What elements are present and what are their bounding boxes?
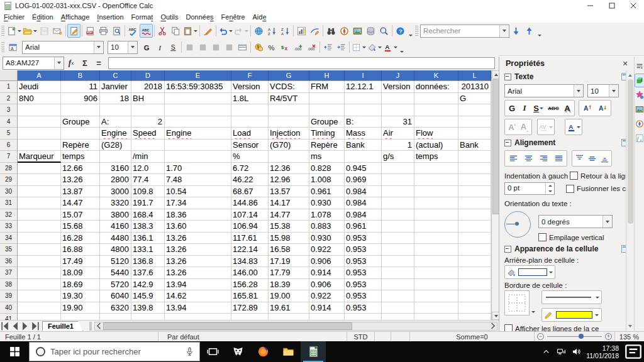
row-header-32[interactable]: 32 [0, 209, 18, 221]
column-header-K[interactable]: K [414, 70, 458, 81]
cell-G31[interactable]: 14.17 [269, 197, 309, 209]
cell-C40[interactable]: 6320 [100, 302, 131, 314]
scroll-left-icon[interactable] [95, 322, 103, 330]
cell-F39[interactable]: 165.81 [231, 290, 269, 302]
cell-E33[interactable]: 13.60 [165, 221, 231, 233]
delete-decimal-button[interactable]: .000 [305, 40, 318, 54]
cell-A7[interactable]: Marqueur [18, 151, 61, 163]
cell-I2[interactable] [345, 93, 382, 105]
cell-B4[interactable]: Groupe [61, 116, 100, 128]
collapse-icon[interactable] [504, 74, 511, 80]
toolbar-overflow-icon[interactable] [407, 24, 414, 38]
taskbar-app-file-explorer[interactable] [275, 341, 301, 362]
cell-J39[interactable] [382, 290, 414, 302]
cell-J38[interactable] [382, 279, 414, 291]
cell-L4[interactable] [458, 116, 491, 128]
row-header-4[interactable]: 4 [0, 116, 18, 128]
cell-C6[interactable]: (G28) [100, 140, 131, 151]
cell-C38[interactable]: 5720 [100, 279, 131, 291]
speaker-icon[interactable] [569, 347, 584, 356]
cell-D33[interactable]: 138.3 [131, 221, 165, 233]
zoom-slider-thumb[interactable] [579, 334, 584, 339]
cell-H7[interactable]: ms [309, 151, 345, 163]
cell-F3[interactable] [231, 104, 269, 116]
cell-K31[interactable] [414, 197, 458, 209]
cell-I5[interactable]: Mass [345, 128, 382, 140]
cell-K4[interactable] [414, 116, 458, 128]
cell-C34[interactable]: 4480 [100, 233, 131, 244]
sidebar-tab-styles-deck[interactable] [635, 88, 644, 102]
cell-B5[interactable] [61, 128, 100, 140]
border-dropdown-icon[interactable] [531, 311, 535, 313]
cell-I28[interactable]: 0.945 [345, 163, 382, 175]
cell-E4[interactable] [165, 116, 231, 128]
copy-button[interactable] [169, 24, 182, 38]
cell-J5[interactable]: Air [382, 128, 414, 140]
cell-F35[interactable]: 122.14 [231, 244, 269, 256]
cell-H31[interactable]: 0.930 [309, 197, 345, 209]
cell-A3[interactable] [18, 104, 61, 116]
sidebar-font-name-combo[interactable]: Arial [504, 84, 584, 97]
find-input[interactable] [420, 25, 509, 38]
last-sheet-button[interactable] [30, 321, 40, 331]
cell-E31[interactable]: 17.34 [165, 197, 231, 209]
column-header-J[interactable]: J [382, 70, 414, 81]
cell-D4[interactable]: 2 [131, 116, 165, 128]
bold-button[interactable]: G [506, 101, 518, 115]
row-header-5[interactable]: 5 [0, 128, 18, 140]
maximize-button[interactable] [601, 0, 623, 11]
cell-B30[interactable]: 13.87 [61, 186, 100, 198]
cell-F28[interactable]: 6.72 [231, 163, 269, 175]
align-center-button[interactable] [521, 151, 536, 165]
cell-B34[interactable]: 16.28 [61, 233, 100, 244]
cell-C32[interactable]: 3800 [100, 209, 131, 221]
cell-A6[interactable] [18, 140, 61, 151]
cell-J6[interactable]: 1 [382, 140, 414, 151]
tab-area-splitter[interactable] [89, 322, 92, 331]
cell-F37[interactable]: 146.00 [231, 267, 269, 279]
sort-ascending-button[interactable]: AZ [265, 24, 279, 38]
cell-K33[interactable] [414, 221, 458, 233]
cell-C2[interactable]: 18 [100, 93, 131, 105]
column-header-L[interactable]: L [458, 70, 491, 81]
cell-C3[interactable] [100, 104, 131, 116]
cell-A4[interactable] [18, 116, 61, 128]
cell-G5[interactable]: Injection [269, 128, 309, 140]
cell-B3[interactable] [61, 104, 100, 116]
find-dropdown-icon[interactable] [499, 25, 509, 37]
microphone-icon[interactable] [185, 347, 194, 356]
insert-mode[interactable]: STD [347, 332, 375, 341]
add-decimal-button[interactable]: .000 [292, 40, 305, 54]
cell-F1[interactable]: Version [231, 81, 269, 93]
cell-L36[interactable] [458, 256, 491, 268]
cell-D31[interactable]: 191.7 [131, 197, 165, 209]
cell-E40[interactable]: 13.94 [165, 302, 231, 314]
cell-D32[interactable]: 168.4 [131, 209, 165, 221]
cell-C28[interactable]: 3160 [100, 163, 131, 175]
taskbar-search-box[interactable]: Taper ici pour rechercher [29, 342, 200, 361]
cell-H35[interactable]: 0.922 [309, 244, 345, 256]
cell-H30[interactable]: 0.961 [309, 186, 345, 198]
equals-icon[interactable]: = [92, 57, 106, 69]
cell-K34[interactable] [414, 233, 458, 244]
cell-F32[interactable]: 107.14 [231, 209, 269, 221]
cell-I38[interactable]: 0.953 [345, 279, 382, 291]
cell-H41[interactable] [309, 314, 345, 320]
cell-L2[interactable]: G [458, 93, 491, 105]
taskbar-clock[interactable]: 17:38 11/01/2018 [584, 344, 623, 359]
cell-D1[interactable]: 2018 [131, 81, 165, 93]
start-button[interactable] [0, 341, 29, 362]
underline-button[interactable]: S [531, 101, 546, 115]
cell-I32[interactable]: 0.984 [345, 209, 382, 221]
menu-e-dition[interactable]: Édition [28, 12, 57, 22]
cell-B39[interactable]: 19.30 [61, 290, 100, 302]
border-line-color-button[interactable] [541, 308, 602, 322]
clone-formatting-button[interactable] [201, 24, 214, 38]
cell-K6[interactable]: (actual) [414, 140, 458, 151]
row-header-36[interactable]: 36 [0, 256, 18, 268]
cell-H32[interactable]: 1.078 [309, 209, 345, 221]
cell-H4[interactable]: Groupe [309, 116, 345, 128]
spellcheck-button[interactable]: ABC [126, 24, 140, 38]
cell-K32[interactable] [414, 209, 458, 221]
cell-E3[interactable] [165, 104, 231, 116]
